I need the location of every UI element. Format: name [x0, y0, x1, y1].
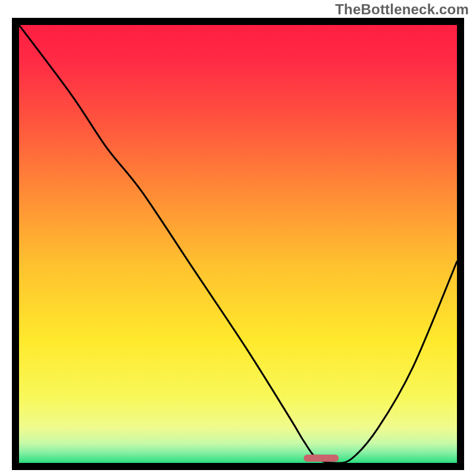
watermark-text: TheBottleneck.com	[335, 1, 469, 18]
plot-svg	[19, 25, 457, 463]
gradient-fill	[19, 25, 457, 463]
chart-frame	[12, 18, 464, 470]
chart-container: TheBottleneck.com	[0, 0, 476, 476]
optimal-range-marker	[303, 455, 339, 462]
